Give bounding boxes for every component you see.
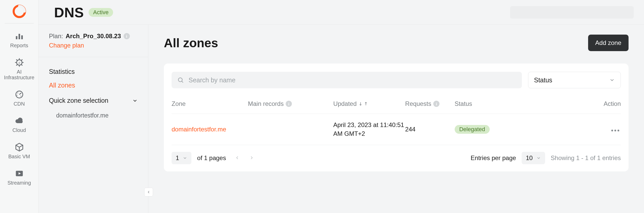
bar-chart-icon [14, 31, 24, 41]
search-input[interactable] [189, 76, 516, 84]
nav-cdn[interactable]: CDN [0, 85, 38, 111]
main-heading: All zones [164, 36, 218, 50]
nav-label: AI Infrastructure [2, 69, 37, 80]
nav-label: Cloud [12, 127, 26, 133]
cell-status: Delegated [455, 114, 509, 145]
page-current: 1 [176, 154, 179, 162]
add-zone-button[interactable]: Add zone [588, 35, 629, 51]
nav-reports[interactable]: Reports [0, 27, 38, 53]
nav-statistics[interactable]: Statistics [49, 65, 138, 78]
chevron-right-icon [249, 155, 254, 160]
nav-label: Streaming [7, 180, 31, 186]
cloud-icon [14, 116, 24, 126]
nav-quick-zone-selection[interactable]: Quick zone selection [49, 92, 138, 109]
col-updated[interactable]: Updated [333, 96, 405, 114]
chevron-down-icon [183, 156, 187, 160]
table-footer: 1 of 1 pages Entries per page 10 Showing [172, 145, 621, 164]
chevron-down-icon [536, 156, 541, 160]
gauge-icon [14, 90, 24, 99]
search-icon [177, 77, 184, 83]
status-badge: Delegated [455, 125, 490, 134]
status-badge: Active [89, 8, 113, 17]
status-filter[interactable]: Status [528, 72, 621, 88]
nav-basic-vm[interactable]: Basic VM [0, 138, 38, 164]
nav-quick-zone-label: Quick zone selection [49, 97, 108, 104]
svg-text:#: # [18, 61, 20, 65]
plan-info: Plan: Arch_Pro_30.08.23 i [49, 33, 138, 40]
search-field-wrapper[interactable] [172, 72, 522, 88]
info-icon[interactable]: i [286, 101, 292, 107]
page-header: DNS Active [39, 0, 644, 25]
svg-point-20 [178, 78, 182, 82]
table-row: domainfortestfor.me April 23, 2023 at 11… [172, 114, 621, 145]
entries-per-page-label: Entries per page [471, 154, 516, 162]
nav-streaming[interactable]: Streaming [0, 164, 38, 190]
nav-label: CDN [14, 101, 25, 107]
svg-line-15 [19, 93, 21, 94]
chevron-down-icon [132, 98, 138, 104]
zones-table: Zone Main records i Updated [172, 96, 621, 145]
showing-text: Showing 1 - 1 of 1 entries [551, 154, 621, 162]
chevron-down-icon [609, 77, 615, 83]
info-icon[interactable]: i [124, 33, 130, 39]
global-sidebar: Reports # AI Infrastructure CDN Cloud Ba… [0, 0, 39, 213]
cell-updated: April 23, 2023 at 11:40:51 AM GMT+2 [333, 114, 405, 145]
col-main-records[interactable]: Main records i [248, 96, 333, 114]
cube-icon [14, 142, 24, 152]
svg-line-12 [21, 59, 22, 61]
cell-requests: 244 [405, 114, 455, 145]
plan-name: Arch_Pro_30.08.23 [66, 33, 121, 40]
svg-rect-3 [21, 35, 23, 39]
play-icon [14, 169, 24, 178]
page-of-text: of 1 pages [197, 154, 226, 162]
brand-logo[interactable] [12, 4, 27, 19]
nav-cloud[interactable]: Cloud [0, 111, 38, 138]
sort-icon [359, 101, 368, 106]
nav-all-zones[interactable]: All zones [49, 78, 138, 92]
zone-link[interactable]: domainfortestfor.me [172, 126, 226, 133]
page-select[interactable]: 1 [172, 152, 191, 164]
info-icon[interactable]: i [433, 101, 439, 107]
per-page-select[interactable]: 10 [522, 152, 545, 164]
svg-rect-2 [19, 34, 20, 39]
next-page-button[interactable] [248, 154, 255, 162]
col-requests[interactable]: Requests i [405, 96, 455, 114]
col-action: Action [509, 96, 621, 114]
zones-card: Status Zone Main records i [164, 64, 629, 171]
prev-page-button[interactable] [234, 154, 241, 162]
quick-zone-item[interactable]: domainfortestfor.me [49, 109, 138, 122]
svg-line-10 [21, 65, 22, 66]
plan-label: Plan: [49, 33, 63, 40]
page-title: DNS [54, 4, 84, 20]
chevron-left-icon [235, 155, 240, 160]
svg-line-9 [16, 59, 18, 61]
per-page-value: 10 [526, 154, 533, 162]
row-actions-button[interactable] [610, 128, 621, 133]
svg-point-18 [20, 96, 21, 97]
col-status[interactable]: Status [455, 96, 509, 114]
change-plan-link[interactable]: Change plan [49, 42, 138, 49]
nav-ai-infrastructure[interactable]: # AI Infrastructure [0, 53, 38, 85]
svg-rect-1 [16, 36, 17, 39]
svg-line-21 [182, 81, 183, 83]
nav-label: Basic VM [8, 154, 30, 159]
header-search[interactable] [510, 6, 634, 19]
status-filter-label: Status [534, 76, 552, 84]
cell-main-records [248, 114, 333, 145]
svg-point-16 [16, 95, 17, 96]
collapse-sidebar-button[interactable] [144, 188, 153, 196]
chevron-left-icon [147, 190, 151, 194]
chip-icon: # [14, 58, 24, 67]
col-zone[interactable]: Zone [172, 96, 248, 114]
svg-point-17 [17, 93, 18, 93]
main-content: All zones Add zone Status [148, 25, 644, 213]
section-sidebar: Plan: Arch_Pro_30.08.23 i Change plan St… [39, 25, 148, 213]
nav-label: Reports [10, 43, 28, 48]
svg-line-11 [16, 65, 18, 66]
